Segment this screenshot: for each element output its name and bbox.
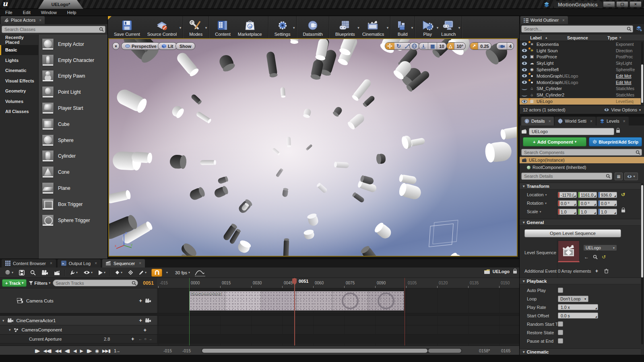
find-in-content-browser-button[interactable] [28,268,38,277]
close-icon[interactable]: × [39,18,41,23]
visibility-eye-closed-icon[interactable] [522,94,527,97]
component-row-root[interactable]: RootComponent (Inherited) [520,164,644,171]
scrollbar-thumb-secondary[interactable] [428,349,461,353]
prev-key-button[interactable]: ◀▮ [64,348,70,354]
add-level-icon[interactable]: + [635,26,642,32]
scale-z-field[interactable]: 1.0◢ [598,209,617,215]
modes-button[interactable]: Modes ▾ [186,16,206,39]
timeline-ruler[interactable]: -015 0000 0015 0030 0045 0060 0075 0090 … [157,278,519,288]
view-start-value[interactable]: -015 [182,348,191,353]
sequencer-timeline[interactable]: -015 0000 0015 0030 0045 0060 0075 0090 … [157,278,519,346]
transform-section-header[interactable]: ▾Transform [520,183,641,189]
fps-dropdown[interactable]: 30 fps▾ [175,270,190,275]
jump-to-start-button[interactable]: ◀◀▮ [43,348,52,354]
category-volumes[interactable]: Volumes [0,96,38,107]
category-cinematic[interactable]: Cinematic [0,66,38,76]
play-button[interactable]: ▶ [80,348,83,354]
camera-icon[interactable] [145,318,151,323]
edit-motion-link[interactable]: Edit Mot [616,80,641,85]
search-tracks-input[interactable] [53,280,138,286]
chevron-down-icon[interactable]: ▾ [180,26,182,30]
visibility-eye-icon[interactable] [522,42,527,46]
scale-x-field[interactable]: 1.0◢ [558,209,577,215]
tab-output-log[interactable]: >_ Output Log× [58,259,101,267]
prev-key-icon[interactable]: ← [138,337,142,341]
chevron-down-icon[interactable]: ▾ [205,26,207,30]
tab-content-browser[interactable]: Content Browser× [2,259,56,267]
menu-help[interactable]: Help [62,10,82,15]
menu-window[interactable]: Window [36,10,62,15]
open-level-sequence-button[interactable]: Open Level Sequence [524,229,621,237]
start-offset-field[interactable]: 0.0 s◢ [558,313,598,319]
reset-icon[interactable]: ↺ [602,254,606,260]
view-end-value[interactable]: 0158* [479,348,490,353]
place-item[interactable]: Point Light [39,84,107,100]
jump-to-end-button[interactable]: ▶▶▮ [102,348,110,354]
world-local-toggle[interactable] [409,42,419,50]
timeline-tracks-area[interactable]: CineCameraActor1 [157,288,519,346]
goto-front-button[interactable]: ▮▶ [35,348,40,354]
render-movie-button[interactable] [52,268,63,277]
loop-mode-button[interactable]: 1→ [114,348,120,353]
next-key-icon[interactable]: → [148,337,152,341]
playback-start-marker[interactable] [189,278,190,346]
move-tool-button[interactable] [385,43,394,49]
cinematics-button[interactable]: Cinematics ▾ [359,16,388,39]
close-icon[interactable]: × [50,261,52,265]
tab-world-settings[interactable]: World Setti× [555,117,595,125]
add-track-button[interactable]: +Track▾ [2,279,27,287]
place-item[interactable]: Sphere Trigger [39,212,107,228]
use-selected-icon[interactable]: ← [584,254,589,260]
playback-end-marker[interactable] [405,278,405,346]
camera-speed-button[interactable] [497,43,507,49]
outliner-row[interactable]: ●MotionGraphUELogoEdit Mot [520,73,641,79]
visibility-eye-icon[interactable] [522,100,527,103]
location-x-field[interactable]: -1170.(◢ [558,192,577,198]
blueprints-button[interactable]: Blueprints ▾ [332,16,359,39]
collapse-icon[interactable]: ▾ [2,319,4,323]
content-button[interactable]: Content [211,16,234,39]
rotation-snap-button[interactable]: △ [447,43,454,49]
rotation-label[interactable]: Rotation▾ [527,201,547,206]
document-tab[interactable]: UELogo* [38,0,83,9]
visibility-eye-icon[interactable] [522,80,527,84]
lock-icon[interactable] [616,130,620,133]
add-key-icon[interactable]: + [131,336,134,342]
prev-frame-fast-button[interactable]: ◀◀ [55,348,61,354]
chevron-down-icon[interactable]: ▾ [387,26,389,30]
scale-snap-value[interactable]: 0.25 [478,43,491,49]
close-icon[interactable]: × [562,18,565,23]
close-icon[interactable]: × [623,119,625,123]
close-icon[interactable]: × [95,261,97,265]
show-flags-button[interactable]: Show [175,42,195,50]
maximize-button[interactable]: ▢ [616,1,628,7]
category-recently-placed[interactable]: Recently Placed [0,35,38,45]
outliner-row[interactable]: ∗ExponentiaExponent [520,41,641,47]
outliner-row[interactable]: ◉SphereReflSphereRe [520,66,641,73]
play-rate-field[interactable]: 1.0 x◢ [558,304,598,310]
play-button[interactable]: Play ▾ [417,16,438,39]
actor-name-field[interactable] [529,128,614,135]
menu-file[interactable]: File [0,10,18,15]
snap-toggle-button[interactable] [151,269,162,277]
outliner-scrollbar[interactable] [641,42,643,104]
outliner-row[interactable]: ⌂SM_Cylinder2StaticMes [520,92,641,98]
viewport-options-dropdown[interactable]: ▾ [112,42,120,50]
grid-snap-button[interactable]: ▦ [428,43,437,49]
add-keyframe-icon[interactable]: ○ [144,337,147,341]
blueprint-add-script-button[interactable]: Blueprint/Add Scrip [589,137,642,146]
cine-camera-actor-track[interactable]: ▾ CineCameraActor1 + [0,316,157,325]
add-track-icon[interactable]: + [139,317,142,323]
current-aperture-track[interactable]: Current Aperture 2.8 + ← ○ → [0,335,157,343]
sequence-breadcrumb[interactable]: UELogo [484,269,510,274]
place-item[interactable]: Empty Pawn [39,68,107,84]
surface-snap-button[interactable] [419,43,428,49]
rotation-snap-value[interactable]: 10° [454,43,465,49]
camera-speed-value[interactable]: 4 [507,43,514,49]
outliner-row[interactable]: ☀Light SounDirection [520,47,641,54]
camera-cuts-track[interactable]: Camera Cuts + [0,288,157,313]
place-item[interactable]: Player Start [39,100,107,116]
sequencer-settings-button[interactable]: ▾ [67,268,80,277]
random-start-checkbox[interactable] [558,321,563,327]
world-dropdown-button[interactable]: ▾ [2,268,16,277]
